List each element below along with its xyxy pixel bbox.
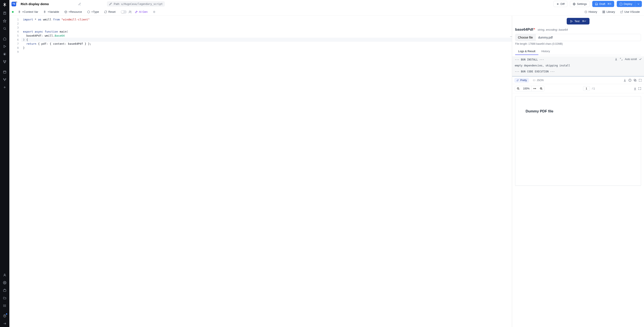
pencil-icon <box>109 2 112 6</box>
left-sidebar: $ <box>0 0 9 327</box>
path-chip[interactable]: Path u/HugoCasa/legendary_script <box>107 1 165 6</box>
ai-gen-button[interactable]: AI Gen <box>133 9 150 14</box>
panel-tabs: Logs & Result History <box>515 48 641 55</box>
sidebar-item-book[interactable] <box>1 10 8 16</box>
fit-width-icon <box>533 87 536 90</box>
settings-button[interactable]: Settings <box>570 1 590 7</box>
editor-toolbar: +Context Var +Variable +Resource +Type R… <box>9 8 644 16</box>
svg-point-37 <box>129 11 130 12</box>
variable-button[interactable]: +Variable <box>41 9 61 14</box>
file-input-row: Choose file dummy.pdf <box>515 34 641 41</box>
history-button[interactable]: History <box>582 9 599 14</box>
svg-marker-3 <box>3 19 6 22</box>
typescript-badge-icon: TS <box>12 2 16 6</box>
copy-icon[interactable] <box>633 78 637 82</box>
type-button[interactable]: +Type <box>85 9 101 14</box>
deploy-button[interactable]: Deploy <box>617 1 635 7</box>
sidebar-item-collapse[interactable] <box>1 320 8 327</box>
draft-button[interactable]: Draft⌘S <box>592 1 614 7</box>
diff-button[interactable]: Diff <box>554 1 567 7</box>
fullscreen-pdf-icon[interactable] <box>638 87 642 90</box>
zoom-in-button[interactable] <box>538 86 544 91</box>
sidebar-item-list[interactable] <box>1 302 8 309</box>
sidebar-item-runs[interactable] <box>1 43 8 50</box>
download-pdf-icon[interactable] <box>633 87 637 90</box>
sidebar-item-user[interactable] <box>1 272 8 278</box>
diff-icon <box>556 2 559 6</box>
ai-settings-button[interactable] <box>150 9 158 14</box>
svg-rect-42 <box>604 11 605 13</box>
sidebar-item-flows[interactable] <box>1 76 8 83</box>
pdf-page: Dummy PDF file <box>515 96 641 186</box>
split-drag-handle-icon[interactable] <box>510 34 512 39</box>
sidebar-item-home[interactable] <box>1 35 8 42</box>
pdf-viewport[interactable]: Dummy PDF file <box>512 93 644 327</box>
test-button[interactable]: Test ⌘↵ <box>567 18 590 24</box>
pdf-page-input[interactable] <box>583 86 590 91</box>
download-logs-icon[interactable] <box>614 58 618 61</box>
svg-line-5 <box>5 29 6 30</box>
zoom-out-button[interactable] <box>515 86 521 91</box>
tab-logs-result[interactable]: Logs & Result <box>515 48 538 55</box>
code-editor[interactable]: 123456789 import * as wmill from "windmi… <box>9 16 512 327</box>
result-tab-json[interactable]: JSON <box>531 78 546 82</box>
deploy-label: Deploy <box>624 2 632 6</box>
context-var-button[interactable]: +Context Var <box>16 9 40 14</box>
sidebar-item-search[interactable] <box>1 25 8 32</box>
gear-icon <box>153 10 156 14</box>
sidebar-item-workspace[interactable] <box>1 287 8 294</box>
info-icon[interactable] <box>628 78 632 82</box>
sidebar-item-variables[interactable]: $ <box>1 51 8 58</box>
deploy-dropdown-button[interactable] <box>635 1 642 7</box>
save-icon <box>595 2 598 6</box>
sidebar-item-schedules[interactable] <box>1 68 8 75</box>
result-tabs: Pretty JSON <box>512 77 644 84</box>
test-kbd: ⌘↵ <box>582 20 586 22</box>
script-title-input[interactable] <box>21 2 76 6</box>
download-result-icon[interactable] <box>623 78 626 82</box>
logs-pane: Auto scroll --- BUN INSTALL --- empty de… <box>512 56 644 77</box>
pencil-icon[interactable] <box>78 2 81 6</box>
reset-button[interactable]: Reset <box>102 9 118 14</box>
svg-point-36 <box>574 4 574 4</box>
braces-icon <box>533 79 536 82</box>
resource-button[interactable]: +Resource <box>62 9 84 14</box>
svg-point-21 <box>4 282 5 283</box>
library-icon <box>602 10 605 14</box>
windmill-logo-icon[interactable] <box>2 2 7 7</box>
sidebar-item-folder[interactable] <box>1 295 8 302</box>
expand-result-icon[interactable] <box>638 78 642 82</box>
path-label: Path <box>114 2 120 6</box>
sidebar-item-star[interactable] <box>1 18 8 24</box>
expand-icon[interactable] <box>620 58 623 61</box>
refresh-icon <box>104 10 107 14</box>
sidebar-item-settings[interactable] <box>1 279 8 286</box>
pdf-page-total: / 1 <box>592 87 595 90</box>
use-vscode-button[interactable]: Use VScode <box>618 9 642 14</box>
tab-history[interactable]: History <box>538 48 553 55</box>
zoom-value: 100% <box>521 86 532 91</box>
sidebar-item-help[interactable] <box>1 312 8 319</box>
svg-point-15 <box>4 78 4 79</box>
library-button[interactable]: Library <box>600 9 617 14</box>
right-panel: Test ⌘↵ base64Pdf* string, encoding: bas… <box>512 16 644 327</box>
cube-icon <box>87 10 90 14</box>
dollar-icon <box>18 10 21 14</box>
sidebar-item-resources[interactable] <box>1 58 8 65</box>
code-content[interactable]: import * as wmill from "windmill-client"… <box>21 16 512 327</box>
check-icon <box>639 58 642 61</box>
result-tab-pretty[interactable]: Pretty <box>514 78 529 82</box>
choose-file-button[interactable]: Choose file <box>515 34 536 41</box>
fit-width-button[interactable] <box>532 86 538 91</box>
cube-icon <box>64 10 67 14</box>
svg-line-51 <box>519 89 520 90</box>
gear-icon <box>573 2 576 6</box>
svg-point-4 <box>4 28 6 30</box>
svg-point-30 <box>5 316 5 317</box>
assistant-toggle[interactable] <box>121 10 127 14</box>
sidebar-item-add[interactable] <box>1 84 8 91</box>
test-label: Test <box>574 20 580 23</box>
draft-kbd: ⌘S <box>607 2 611 5</box>
param-type: string, encoding: base64 <box>538 28 568 31</box>
svg-line-55 <box>542 89 542 90</box>
